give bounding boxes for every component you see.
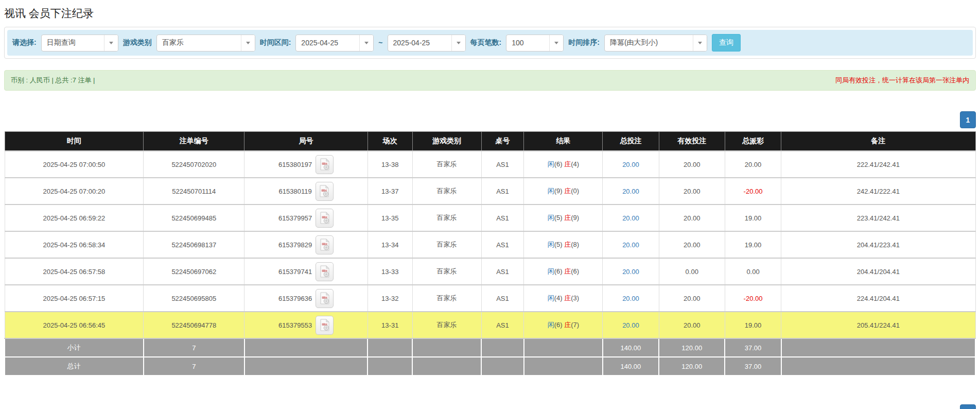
page-size-select[interactable]: 100 bbox=[506, 35, 564, 52]
total-bet-link[interactable]: 20.00 bbox=[622, 295, 639, 302]
player-result-value: (5) bbox=[554, 241, 565, 248]
search-button[interactable]: 查询 bbox=[712, 34, 741, 52]
cell-payout: -20.00 bbox=[725, 285, 781, 312]
cell-round-id: 615379636 bbox=[244, 285, 368, 312]
total-bet-link[interactable]: 20.00 bbox=[622, 188, 639, 195]
cell-total-bet: 20.00 bbox=[603, 204, 659, 231]
cell-total-bet: 20.00 bbox=[603, 151, 659, 178]
table-row[interactable]: 2025-04-25 06:56:45522450694778615379553… bbox=[5, 312, 975, 338]
table-row[interactable]: 2025-04-25 06:58:34522450698137615379829… bbox=[5, 231, 975, 258]
cell-table-number: AS1 bbox=[481, 231, 524, 258]
cell-round-id: 615380119 bbox=[244, 178, 368, 204]
caret-down-icon bbox=[693, 35, 707, 51]
range-separator: ~ bbox=[378, 39, 382, 47]
video-replay-icon bbox=[319, 212, 330, 224]
table-row[interactable]: 2025-04-25 06:59:22522450699485615379957… bbox=[5, 204, 975, 231]
cell-payout: 19.00 bbox=[725, 312, 781, 338]
video-replay-button[interactable] bbox=[316, 262, 334, 281]
total-bet-link[interactable]: 20.00 bbox=[622, 161, 639, 168]
page-button-1[interactable]: 1 bbox=[960, 111, 976, 128]
cell-bet-id: 522450695805 bbox=[144, 285, 244, 312]
video-replay-button[interactable] bbox=[316, 209, 334, 228]
player-result-label: 闲 bbox=[548, 241, 554, 248]
banker-result-label: 庄 bbox=[564, 267, 571, 275]
total-bet-link[interactable]: 20.00 bbox=[622, 241, 639, 249]
page-size-value: 100 bbox=[506, 39, 523, 47]
column-header-table-number: 桌号 bbox=[481, 132, 524, 151]
cell-result: 闲(6) 庄(7) bbox=[524, 312, 603, 338]
bet-records-table: 时间注单编号局号场次游戏类别桌号结果总投注有效投注总派彩备注 2025-04-2… bbox=[4, 131, 976, 376]
caret-down-icon bbox=[359, 35, 373, 51]
column-header-game-category: 游戏类别 bbox=[412, 132, 481, 151]
cell-game-category: 百家乐 bbox=[412, 312, 481, 338]
column-header-note: 备注 bbox=[781, 132, 975, 151]
player-result-label: 闲 bbox=[548, 267, 554, 275]
game-category-label: 游戏类别 bbox=[123, 38, 152, 47]
page-button-1[interactable]: 1 bbox=[960, 404, 976, 409]
cell-valid-bet: 20.00 bbox=[659, 312, 725, 338]
cell-game-category: 百家乐 bbox=[412, 285, 481, 312]
video-replay-icon bbox=[319, 185, 330, 197]
total-bet-link[interactable]: 20.00 bbox=[622, 321, 639, 329]
summary-cell-round-id bbox=[244, 357, 368, 376]
banker-result-value: (4) bbox=[571, 160, 579, 168]
cell-time: 2025-04-25 06:57:15 bbox=[5, 285, 144, 312]
table-header-row: 时间注单编号局号场次游戏类别桌号结果总投注有效投注总派彩备注 bbox=[5, 132, 975, 151]
player-result-value: (9) bbox=[554, 187, 565, 195]
video-replay-button[interactable] bbox=[316, 289, 334, 308]
time-range-label: 时间区间: bbox=[260, 38, 291, 47]
table-row[interactable]: 2025-04-25 06:57:58522450697062615379741… bbox=[5, 258, 975, 285]
table-row[interactable]: 2025-04-25 07:00:20522450701114615380119… bbox=[5, 178, 975, 204]
cell-valid-bet: 20.00 bbox=[659, 285, 725, 312]
cell-time: 2025-04-25 06:58:34 bbox=[5, 231, 144, 258]
date-to-select[interactable]: 2025-04-25 bbox=[388, 35, 466, 52]
cell-table-number: AS1 bbox=[481, 258, 524, 285]
cell-time: 2025-04-25 07:00:20 bbox=[5, 178, 144, 204]
cell-game-category: 百家乐 bbox=[412, 231, 481, 258]
video-replay-icon bbox=[319, 158, 330, 171]
time-sort-label: 时间排序: bbox=[568, 38, 600, 47]
summary-cell-valid-bet: 120.00 bbox=[659, 338, 725, 357]
player-result-value: (6) bbox=[554, 321, 565, 329]
game-category-select[interactable]: 百家乐 bbox=[156, 35, 255, 52]
table-row[interactable]: 2025-04-25 07:00:50522450702020615380197… bbox=[5, 151, 975, 178]
cell-note: 204.41/223.41 bbox=[781, 231, 975, 258]
caret-down-icon bbox=[451, 35, 465, 51]
banker-result-label: 庄 bbox=[564, 160, 571, 168]
video-replay-button[interactable] bbox=[316, 316, 334, 335]
round-id-text: 615379741 bbox=[278, 268, 312, 276]
summary-row-total: 总计7140.00120.0037.00 bbox=[5, 357, 975, 376]
video-replay-button[interactable] bbox=[316, 235, 334, 254]
column-header-bet-id: 注单编号 bbox=[144, 132, 244, 151]
query-type-value: 日期查询 bbox=[42, 38, 76, 47]
cell-time: 2025-04-25 06:56:45 bbox=[5, 312, 144, 338]
cell-total-bet: 20.00 bbox=[603, 312, 659, 338]
cell-bet-id: 522450697062 bbox=[144, 258, 244, 285]
time-sort-select[interactable]: 降冪(由大到小) bbox=[604, 35, 707, 52]
date-from-select[interactable]: 2025-04-25 bbox=[295, 35, 374, 52]
total-bet-link[interactable]: 20.00 bbox=[622, 268, 639, 276]
table-row[interactable]: 2025-04-25 06:57:15522450695805615379636… bbox=[5, 285, 975, 312]
summary-cell-result bbox=[524, 338, 603, 357]
summary-cell-time: 总计 bbox=[5, 357, 144, 376]
date-from-value: 2025-04-25 bbox=[296, 39, 338, 47]
player-result-label: 闲 bbox=[548, 294, 554, 302]
total-bet-link[interactable]: 20.00 bbox=[622, 214, 639, 222]
cell-result: 闲(5) 庄(8) bbox=[524, 231, 603, 258]
summary-cell-note bbox=[781, 338, 975, 357]
cell-result: 闲(9) 庄(0) bbox=[524, 178, 603, 204]
round-id-text: 615379957 bbox=[278, 214, 312, 222]
banker-result-value: (6) bbox=[571, 267, 579, 275]
cell-bet-id: 522450701114 bbox=[144, 178, 244, 204]
video-replay-button[interactable] bbox=[316, 155, 334, 174]
pagination-top: 1 bbox=[4, 111, 976, 128]
summary-cell-bet-id: 7 bbox=[144, 357, 244, 376]
column-header-total-bet: 总投注 bbox=[603, 132, 659, 151]
summary-cell-payout: 37.00 bbox=[725, 338, 781, 357]
summary-cell-note bbox=[781, 357, 975, 376]
cell-game-category: 百家乐 bbox=[412, 258, 481, 285]
cell-note: 242.41/222.41 bbox=[781, 178, 975, 204]
video-replay-button[interactable] bbox=[316, 182, 334, 201]
summary-text: 币别 : 人民币 | 总共 :7 注单 | bbox=[11, 76, 95, 85]
query-type-select[interactable]: 日期查询 bbox=[41, 35, 118, 52]
